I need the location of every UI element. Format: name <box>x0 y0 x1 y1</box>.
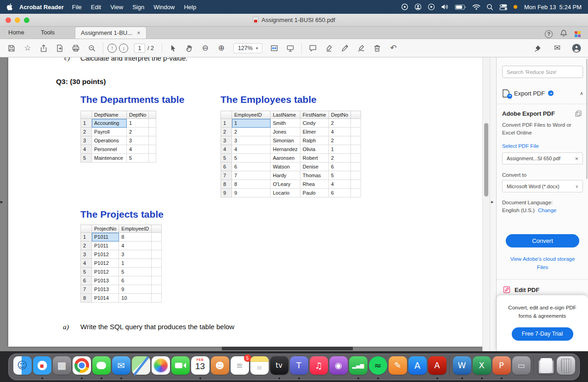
share-button[interactable] <box>37 42 51 55</box>
dock-notes[interactable]: ≡ <box>249 356 269 380</box>
table-row: 5P10125 <box>81 268 162 276</box>
document-scrollbar-thumb[interactable] <box>484 123 488 197</box>
sidebar-scrollbar-thumb[interactable] <box>586 59 588 179</box>
spotlight-icon[interactable] <box>486 4 493 11</box>
dock-messages[interactable] <box>91 356 111 380</box>
menu-item-window[interactable]: Window <box>149 4 179 11</box>
thumbnails-panel-handle[interactable]: ▸ <box>0 199 3 205</box>
wifi-icon[interactable] <box>472 4 481 10</box>
selected-file-chip[interactable]: Assignment...SI 650.pdf × <box>502 152 583 164</box>
dock-acrobat[interactable]: A <box>427 356 447 380</box>
fill-sign-button[interactable] <box>354 42 368 55</box>
marquee-zoom-button[interactable] <box>85 42 99 55</box>
dock-excel[interactable]: X <box>472 356 492 380</box>
battery-icon[interactable] <box>455 4 466 10</box>
control-center-icon[interactable] <box>499 4 508 11</box>
dock-launchpad[interactable]: ▦ <box>52 356 72 380</box>
status-circle-icon[interactable] <box>401 3 408 11</box>
active-app-name[interactable]: Acrobat Reader <box>19 4 64 11</box>
menu-item-help[interactable]: Help <box>179 4 201 11</box>
close-window-button[interactable] <box>6 17 11 23</box>
menu-item-sign[interactable]: Sign <box>128 4 149 11</box>
menu-item-file[interactable]: File <box>68 4 86 11</box>
adobe-apps-icon[interactable] <box>575 31 581 37</box>
email-icon[interactable]: ✉ <box>550 42 564 55</box>
tab-document[interactable]: Assignment 1-BU... × <box>75 27 147 39</box>
dock-maps[interactable] <box>131 356 151 380</box>
account-avatar[interactable] <box>570 42 583 55</box>
dock-facetime[interactable] <box>170 356 190 380</box>
edit-pdf-section-header[interactable]: Edit PDF <box>503 284 539 295</box>
zoom-level-dropdown[interactable]: 127% ▾ <box>233 43 263 53</box>
dock-music[interactable]: ♫ <box>309 356 328 380</box>
free-trial-button[interactable]: Free 7-Day Trial <box>512 327 573 341</box>
fit-width-button[interactable] <box>267 42 281 55</box>
previous-page-button[interactable]: ↑ <box>107 44 117 53</box>
format-dropdown[interactable]: Microsoft Word (*.docx) ∨ <box>502 180 583 192</box>
screen-mirroring-icon[interactable] <box>428 3 435 11</box>
dock-teams[interactable]: T <box>289 356 309 380</box>
apple-menu-icon[interactable] <box>6 3 13 11</box>
help-icon[interactable]: ? <box>545 30 553 38</box>
dock-word[interactable]: W <box>452 356 472 380</box>
change-language-link[interactable]: Change <box>538 208 556 213</box>
page-number-input[interactable] <box>134 44 145 53</box>
dock-pages[interactable]: ✎ <box>388 356 407 380</box>
tab-tools[interactable]: Tools <box>33 27 63 39</box>
dock-podcasts[interactable]: ◉ <box>328 356 348 380</box>
star-favorite-button[interactable]: ☆ <box>21 42 34 55</box>
export-page-button[interactable] <box>53 42 67 55</box>
dock-contacts[interactable]: ☻ <box>210 356 230 380</box>
tab-home[interactable]: Home <box>0 27 33 39</box>
notifications-bell-icon[interactable] <box>560 29 567 39</box>
next-page-button[interactable]: ↓ <box>119 44 128 53</box>
cloud-storage-link[interactable]: View Adobe's cloud storage Files <box>508 255 577 272</box>
select-tool-button[interactable] <box>166 42 180 55</box>
dock-photos[interactable] <box>151 356 170 380</box>
undo-button[interactable]: ↶ <box>386 42 400 55</box>
dock-downloads-stack[interactable] <box>536 356 556 380</box>
menu-item-edit[interactable]: Edit <box>86 4 106 11</box>
tools-search-input[interactable] <box>502 66 583 78</box>
dock-analytics[interactable]: ▂▄▆ <box>348 356 368 380</box>
draw-pen-button[interactable] <box>338 42 352 55</box>
dock-appletv[interactable]: tv <box>269 356 289 380</box>
dock-system-display[interactable]: ▭ <box>511 356 531 380</box>
zoom-out-button[interactable]: ⊖ <box>198 42 212 55</box>
volume-icon[interactable] <box>441 4 449 10</box>
dock-calendar[interactable]: FEB13 <box>190 356 210 380</box>
document-scrollbar[interactable] <box>482 57 490 351</box>
dock-mail[interactable]: ✉ <box>111 356 131 380</box>
minimize-window-button[interactable] <box>15 17 20 23</box>
table-cell: Elmer <box>300 128 328 136</box>
dock: ☺◆▦✉FEB13☻≡5≡tvT♫◉▂▄▆≈✎AAWXP▭ <box>8 354 580 380</box>
read-mode-button[interactable] <box>283 42 297 55</box>
dock-safari[interactable]: ◆ <box>32 356 52 380</box>
dock-trash[interactable] <box>556 356 576 380</box>
export-pdf-section-header[interactable]: ➔ Export PDF ➔ ∧ <box>502 87 583 100</box>
dock-finder[interactable]: ☺ <box>12 356 32 380</box>
sidebar-collapse-handle[interactable]: ▸ <box>491 199 494 205</box>
menu-item-view[interactable]: View <box>106 4 128 11</box>
dock-powerpoint[interactable]: P <box>492 356 511 380</box>
sign-pen-icon[interactable] <box>531 42 545 55</box>
dock-reminders[interactable]: ≡5 <box>230 356 249 380</box>
hand-tool-button[interactable] <box>182 42 196 55</box>
user-switch-icon[interactable] <box>414 3 422 11</box>
dock-chrome[interactable] <box>72 356 91 380</box>
menubar-clock[interactable]: Mon Feb 13 5:24 PM <box>524 4 582 11</box>
remove-file-icon[interactable]: × <box>575 155 578 162</box>
print-button[interactable] <box>69 42 83 55</box>
chevron-up-icon[interactable]: ∧ <box>580 90 583 96</box>
select-pdf-file-link[interactable]: Select PDF File <box>502 143 539 149</box>
highlight-button[interactable] <box>322 42 336 55</box>
tab-close-icon[interactable]: × <box>137 27 141 39</box>
zoom-window-button[interactable] <box>24 17 29 23</box>
convert-button[interactable]: Convert <box>506 234 579 247</box>
delete-trash-button[interactable] <box>370 42 384 55</box>
save-button[interactable] <box>5 42 18 55</box>
dock-appstore[interactable]: A <box>407 356 427 380</box>
zoom-in-button[interactable]: ⊕ <box>215 42 228 55</box>
comment-button[interactable] <box>306 42 320 55</box>
dock-spotify[interactable]: ≈ <box>368 356 388 380</box>
